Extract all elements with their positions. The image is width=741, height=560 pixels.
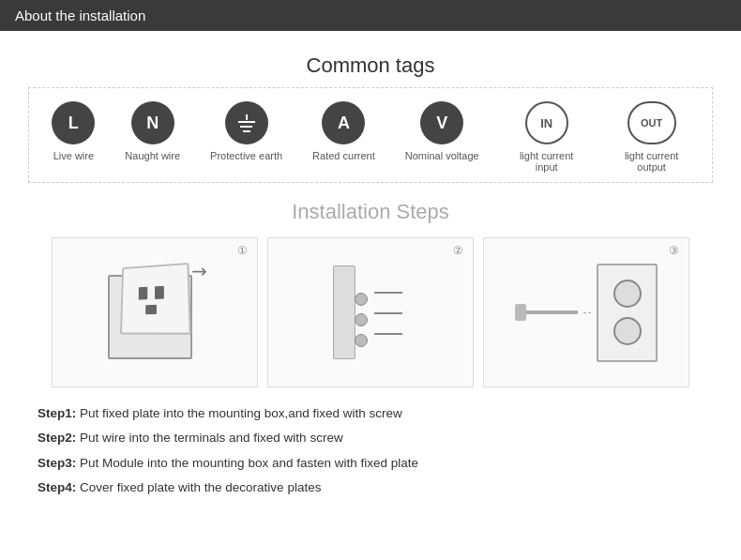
socket-hole-bottom <box>145 305 157 314</box>
tags-row: L Live wire N Naught wire Protec <box>38 101 703 173</box>
tag-label-light-output: light current output <box>614 150 689 173</box>
tag-circle-N: N <box>131 101 174 144</box>
instruction-step2: Step2: Put wire into the terminals and f… <box>38 429 703 447</box>
step1-label: Step1: <box>38 406 76 420</box>
step3-label: Step3: <box>38 456 76 470</box>
tag-label-nominal-voltage: Nominal voltage <box>405 150 479 161</box>
tag-label-earth: Protective earth <box>210 150 282 161</box>
header-bar: About the installation <box>0 0 741 31</box>
terminal-1 <box>355 293 368 306</box>
step2-text: Put wire into the terminals and fixed wi… <box>76 431 342 445</box>
terminal-3 <box>355 334 368 347</box>
tag-circle-OUT: OUT <box>628 101 676 144</box>
socket-hole-right <box>155 286 164 299</box>
tag-live-wire: L Live wire <box>52 101 95 161</box>
tag-light-current-input: IN light current input <box>509 101 584 173</box>
installation-steps-title: Installation Steps <box>28 200 713 224</box>
main-content: Common tags L Live wire N Naught wire <box>0 31 741 522</box>
ground-icon <box>238 114 255 132</box>
step2-illustration <box>333 261 408 364</box>
panel-hole-bottom <box>613 317 642 345</box>
socket-hole-left <box>139 287 148 300</box>
step1-illustration: ↗ <box>98 256 211 369</box>
instructions-section: Step1: Put fixed plate into the mounting… <box>28 404 713 497</box>
tag-circle-V: V <box>420 101 463 144</box>
header-title: About the installation <box>15 8 145 23</box>
tag-label-rated-current: Rated current <box>312 150 375 161</box>
tag-circle-L: L <box>52 101 95 144</box>
screw-assembly <box>515 304 578 321</box>
step-number-2: ② <box>453 244 463 257</box>
tag-circle-ground <box>225 101 268 144</box>
steps-images-row: ① ↗ ② <box>28 237 713 387</box>
step3-text: Put Module into the mounting box and fas… <box>76 456 418 470</box>
step-box-1: ① ↗ <box>52 237 258 387</box>
step-box-2: ② <box>267 237 474 387</box>
front-plate <box>120 263 191 335</box>
tag-protective-earth: Protective earth <box>210 101 282 161</box>
tag-rated-current: A Rated current <box>312 101 375 161</box>
screw-head <box>515 304 526 321</box>
common-tags-title: Common tags <box>28 53 713 78</box>
terminal-2 <box>355 313 368 326</box>
tag-label-light-input: light current input <box>509 150 584 173</box>
step-number-3: ③ <box>669 244 679 257</box>
tag-nominal-voltage: V Nominal voltage <box>405 101 479 161</box>
step-number-1: ① <box>237 244 248 257</box>
wire-3 <box>374 333 402 335</box>
instruction-step4: Step4: Cover fixed plate with the decora… <box>38 478 703 497</box>
instruction-step1: Step1: Put fixed plate into the mounting… <box>38 404 703 423</box>
tags-section: L Live wire N Naught wire Protec <box>28 87 713 183</box>
step4-text: Cover fixed plate with the decorative pl… <box>76 480 321 494</box>
step3-illustration <box>515 264 658 362</box>
screw-shaft <box>526 310 578 314</box>
side-device <box>333 265 355 359</box>
wall-panel <box>597 264 658 362</box>
tag-naught-wire: N Naught wire <box>125 101 180 161</box>
step-box-3: ③ <box>483 237 689 387</box>
step2-label: Step2: <box>38 431 76 445</box>
tag-circle-IN: IN <box>525 101 568 144</box>
panel-hole-top <box>613 280 642 308</box>
step1-text: Put fixed plate into the mounting box,an… <box>76 406 401 420</box>
instruction-step3: Step3: Put Module into the mounting box … <box>38 454 703 473</box>
wire-2 <box>374 312 402 314</box>
wire-1 <box>374 292 402 294</box>
tag-circle-A: A <box>322 101 365 144</box>
dashed-guide <box>583 312 591 313</box>
tag-label-live-wire: Live wire <box>53 150 94 161</box>
tag-label-naught-wire: Naught wire <box>125 150 180 161</box>
tag-light-current-output: OUT light current output <box>614 101 689 173</box>
step4-label: Step4: <box>38 480 76 494</box>
